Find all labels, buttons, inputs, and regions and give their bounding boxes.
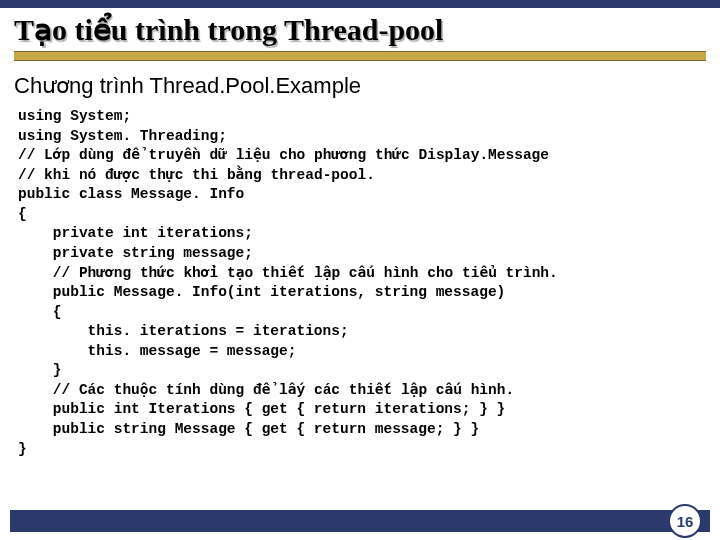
top-stripe — [0, 0, 720, 8]
page-title: Tạo tiểu trình trong Thread-pool — [14, 12, 706, 47]
code-block: using System; using System. Threading; /… — [0, 105, 720, 461]
title-underline — [14, 51, 706, 61]
page-number-badge: 16 — [668, 504, 702, 538]
under-stripe-wrap — [0, 51, 720, 63]
bottom-bar — [10, 510, 710, 532]
page-number: 16 — [677, 513, 694, 530]
title-row: Tạo tiểu trình trong Thread-pool — [0, 8, 720, 51]
subtitle: Chương trình Thread.Pool.Example — [0, 63, 720, 105]
